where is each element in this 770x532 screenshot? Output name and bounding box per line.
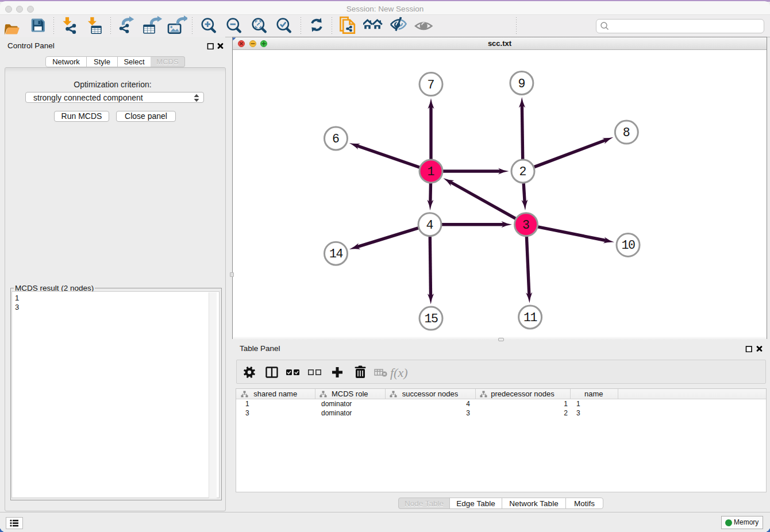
svg-text:11: 11 xyxy=(523,311,537,325)
svg-text:3: 3 xyxy=(522,218,530,232)
svg-text:9: 9 xyxy=(518,77,525,91)
svg-text:6: 6 xyxy=(332,132,340,146)
svg-text:14: 14 xyxy=(329,247,343,261)
svg-text:f(x): f(x) xyxy=(390,365,408,380)
svg-text:1: 1 xyxy=(428,165,435,179)
svg-text:15: 15 xyxy=(424,312,438,326)
svg-text:7: 7 xyxy=(428,78,435,92)
svg-text:2: 2 xyxy=(519,165,527,179)
svg-text:10: 10 xyxy=(621,238,635,252)
svg-text:8: 8 xyxy=(623,126,630,140)
svg-text:4: 4 xyxy=(426,218,434,232)
